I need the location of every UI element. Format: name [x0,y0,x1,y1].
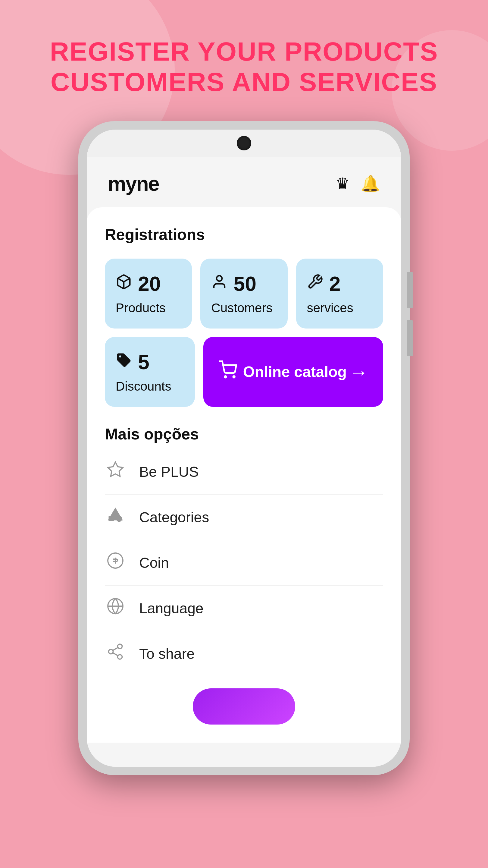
products-card[interactable]: 20 Products [105,258,192,329]
discounts-icon [116,352,132,372]
language-icon [105,597,126,619]
registration-grid: 20 Products [105,258,383,329]
svg-point-7 [116,516,122,522]
more-options-title: Mais opções [105,425,383,443]
menu-list: Be PLUS Categories [105,449,383,676]
svg-line-16 [113,648,118,651]
language-label: Language [139,600,204,617]
phone-mockup: myne ♛ 🔔 Registrations [78,121,410,775]
svg-point-2 [224,376,226,378]
menu-item-coin[interactable]: Coin [105,540,383,586]
phone-screen: myne ♛ 🔔 Registrations [87,130,401,767]
services-label: services [307,301,372,315]
header-line1: REGISTER YOUR PRODUCTS [50,36,438,66]
discounts-count: 5 [138,350,150,374]
svg-point-3 [233,376,235,378]
customers-icon [211,274,227,293]
menu-item-be-plus[interactable]: Be PLUS [105,449,383,495]
crown-icon[interactable]: ♛ [335,175,350,193]
menu-item-language[interactable]: Language [105,586,383,631]
phone-side-button2 [407,320,413,356]
app-header: myne ♛ 🔔 [87,157,401,204]
catalog-card[interactable]: Online catalog → [203,337,383,407]
camera-dot [237,136,251,150]
products-label: Products [116,301,181,315]
header-line2: CUSTOMERS AND SERVICES [51,67,437,97]
customers-count: 50 [233,272,256,296]
coin-label: Coin [139,555,169,571]
products-card-top: 20 [116,272,181,296]
customers-card-top: 50 [211,272,276,296]
registrations-title: Registrations [105,225,383,244]
app-logo: myne [108,172,159,195]
discounts-card-top: 5 [116,350,184,374]
catalog-label: Online catalog [243,363,347,381]
phone-top-bar [87,130,401,157]
card-area: Registrations [87,207,401,743]
be-plus-label: Be PLUS [139,464,198,480]
phone-frame: myne ♛ 🔔 Registrations [78,121,410,775]
svg-rect-6 [109,516,114,521]
to-share-label: To share [139,646,195,662]
coin-icon [105,552,126,574]
menu-item-categories[interactable]: Categories [105,495,383,540]
header-icons: ♛ 🔔 [335,175,380,193]
categories-icon [105,506,126,528]
svg-point-14 [118,655,122,659]
customers-card[interactable]: 50 Customers [200,258,287,329]
services-count: 2 [329,272,341,296]
services-card-top: 2 [307,272,372,296]
bell-icon[interactable]: 🔔 [361,175,380,193]
customers-label: Customers [211,301,276,315]
svg-point-13 [109,650,113,654]
menu-item-to-share[interactable]: To share [105,631,383,676]
services-card[interactable]: 2 services [296,258,383,329]
cart-icon [218,361,237,383]
bottom-action-button[interactable] [193,688,295,724]
discounts-card[interactable]: 5 Discounts [105,337,195,407]
catalog-left: Online catalog [218,361,347,383]
promo-header: REGISTER YOUR PRODUCTS CUSTOMERS AND SER… [26,36,462,97]
products-count: 20 [138,272,161,296]
crown-menu-icon [105,461,126,483]
app-screen: myne ♛ 🔔 Registrations [87,157,401,767]
categories-label: Categories [139,509,209,526]
products-icon [116,274,132,293]
services-icon [307,274,323,293]
discounts-label: Discounts [116,379,184,394]
catalog-arrow: → [350,361,368,383]
share-icon [105,643,126,665]
bottom-row: 5 Discounts [105,337,383,407]
svg-point-12 [118,644,122,649]
svg-marker-4 [108,462,123,476]
svg-line-15 [113,653,118,656]
svg-point-1 [217,276,222,281]
phone-side-button1 [407,272,413,308]
